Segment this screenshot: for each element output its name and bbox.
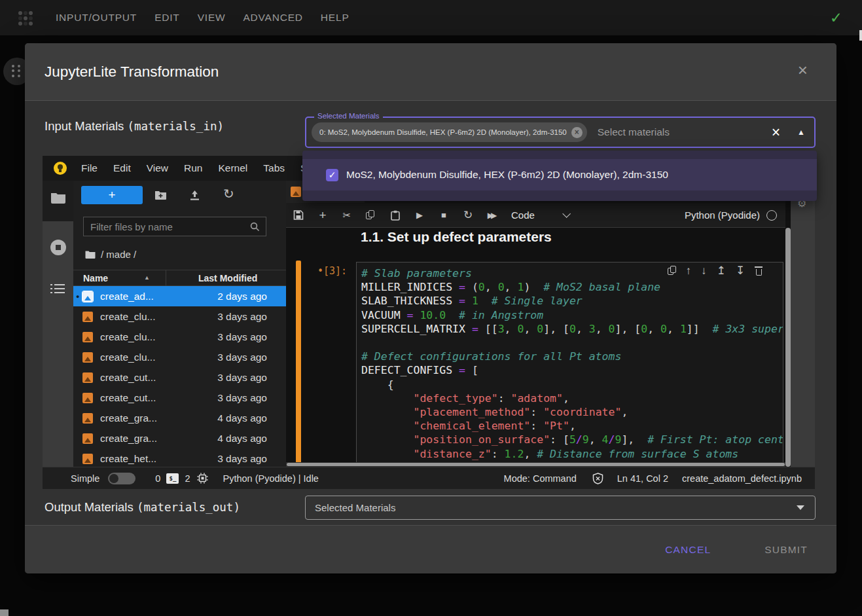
insert-cell-below-icon[interactable]: ↧	[736, 265, 745, 276]
jupyter-menu-item[interactable]: Tabs	[255, 162, 293, 174]
column-divider	[166, 270, 166, 287]
input-materials-text: Input Materials	[45, 119, 127, 133]
notebook-file-icon	[82, 312, 93, 322]
code-cell-editor[interactable]: # Slab parametersMILLER_INDICES = (0, 0,…	[356, 262, 783, 462]
terminal-count[interactable]: 0	[155, 473, 160, 484]
app-menu-item[interactable]: ADVANCED	[243, 12, 302, 24]
confirm-check-icon[interactable]: ✓	[830, 9, 842, 27]
column-last-modified[interactable]: Last Modified	[198, 273, 257, 283]
notebook-file-icon	[82, 332, 93, 342]
active-filename[interactable]: create_adatom_defect.ipynb	[682, 473, 802, 484]
chip-delete-icon[interactable]: ×	[571, 127, 583, 138]
selected-materials-field-label: Selected Materials	[314, 112, 383, 120]
file-row[interactable]: create_clu...3 days ago	[73, 347, 286, 367]
kernel-name[interactable]: Python (Pyodide)	[685, 209, 760, 221]
file-row[interactable]: create_gra...4 days ago	[73, 428, 286, 448]
cancel-button[interactable]: CANCEL	[665, 544, 711, 556]
file-name: create_cut...	[100, 392, 156, 404]
file-browser-tab-icon[interactable]	[50, 191, 66, 204]
new-folder-icon[interactable]	[154, 190, 167, 200]
collapse-dropdown-icon[interactable]: ▲	[797, 128, 805, 137]
app-logo-icon[interactable]	[18, 11, 33, 26]
cell-execution-prompt: •[3]:	[317, 265, 347, 277]
output-materials-code: (materials_out)	[137, 501, 240, 514]
breadcrumb[interactable]: / made /	[85, 246, 136, 262]
file-row[interactable]: create_gra...4 days ago	[73, 408, 286, 428]
upload-icon[interactable]	[189, 190, 200, 201]
add-cell-icon[interactable]: +	[317, 208, 328, 223]
save-icon[interactable]	[293, 210, 304, 220]
submit-button[interactable]: SUBMIT	[764, 544, 808, 556]
bottom-corner-fragment	[0, 609, 9, 616]
checkbox-checked-icon[interactable]: ✓	[326, 169, 338, 181]
material-option[interactable]: ✓ MoS2, Molybdenum Disulfide, HEX (P-6m2…	[302, 159, 817, 190]
app-menu-item[interactable]: EDIT	[154, 12, 180, 24]
app-menu: INPUT/OUTPUTEDITVIEWADVANCEDHELP	[56, 12, 350, 24]
kernel-chip-icon[interactable]	[197, 473, 208, 484]
dialog-close-icon[interactable]: ×	[798, 62, 808, 79]
input-materials-code: (materials_in)	[127, 120, 224, 133]
activity-strip	[43, 221, 73, 467]
new-launcher-button[interactable]: +	[81, 186, 143, 204]
column-name[interactable]: Name	[83, 273, 108, 283]
kernel-status-text[interactable]: Python (Pyodide) | Idle	[223, 473, 318, 484]
selected-materials-select[interactable]: Selected Materials 0: MoS2, Molybdenum D…	[305, 117, 816, 148]
app-menu-item[interactable]: HELP	[321, 12, 350, 24]
insert-cell-above-icon[interactable]: ↥	[717, 265, 726, 276]
file-row[interactable]: create_clu...3 days ago	[73, 306, 286, 327]
kernel-status-icon[interactable]	[766, 210, 777, 221]
delete-cell-icon[interactable]	[755, 266, 763, 276]
jupyter-menu-item[interactable]: File	[73, 162, 105, 174]
filter-files-input[interactable]	[84, 221, 250, 232]
paste-icon[interactable]	[390, 210, 401, 221]
jupyter-menu-item[interactable]: Kernel	[210, 162, 255, 174]
copy-icon[interactable]	[366, 210, 376, 220]
simple-mode-toggle[interactable]	[108, 473, 135, 484]
cut-icon[interactable]: ✂	[342, 209, 352, 221]
cell-type-select[interactable]: Code	[511, 209, 535, 221]
run-all-icon[interactable]: ▶▶	[487, 211, 497, 220]
jupyter-menu-item[interactable]: Edit	[105, 162, 139, 174]
kernel-count[interactable]: 2	[185, 473, 190, 484]
sort-ascending-icon[interactable]: ▲	[144, 274, 150, 281]
cursor-position[interactable]: Ln 41, Col 2	[617, 473, 668, 484]
file-row[interactable]: create_cut...3 days ago	[73, 367, 286, 388]
mode-indicator[interactable]: Mode: Command	[504, 473, 577, 484]
file-row[interactable]: create_clu...3 days ago	[73, 327, 286, 347]
vertical-scrollbar[interactable]	[785, 228, 791, 467]
refresh-icon[interactable]: ↻	[223, 186, 234, 202]
file-row[interactable]: ●create_ad...2 days ago	[73, 286, 286, 306]
table-of-contents-tab-icon[interactable]	[50, 284, 65, 296]
file-name: create_gra...	[100, 412, 157, 424]
stop-icon[interactable]: ■	[439, 210, 449, 220]
material-chip[interactable]: 0: MoS2, Molybdenum Disulfide, HEX (P-6m…	[312, 122, 587, 142]
jupyter-menu-item[interactable]: View	[139, 162, 176, 174]
run-icon[interactable]: ▶	[414, 210, 425, 220]
jupyter-menu-item[interactable]: Run	[176, 162, 210, 174]
file-row[interactable]: create_het...3 days ago	[73, 448, 286, 467]
file-name: create_gra...	[100, 433, 157, 444]
file-modified: 3 days ago	[217, 311, 267, 323]
code-line: "distance_z": 1.2, # Distance from surfa…	[361, 447, 783, 461]
jupyterlite-logo-icon	[54, 162, 67, 175]
clear-selection-icon[interactable]: ×	[772, 126, 780, 139]
move-cell-down-icon[interactable]: ↓	[701, 265, 707, 276]
output-materials-select[interactable]: Selected Materials	[305, 496, 816, 520]
app-menu-item[interactable]: INPUT/OUTPUT	[56, 12, 137, 24]
terminal-icon[interactable]: $_	[166, 473, 179, 484]
move-cell-up-icon[interactable]: ↑	[686, 265, 692, 276]
notebook-content[interactable]: 1.1. Set up defect parameters •[3]: # Sl…	[286, 228, 785, 462]
code-lines: # Slab parametersMILLER_INDICES = (0, 0,…	[357, 263, 783, 461]
restart-kernel-icon[interactable]: ↻	[463, 208, 473, 222]
running-kernels-tab-icon[interactable]	[50, 240, 66, 255]
file-row[interactable]: create_cut...3 days ago	[73, 388, 286, 408]
duplicate-cell-icon[interactable]	[668, 266, 676, 276]
horizontal-scrollbar[interactable]	[286, 462, 785, 467]
app-menu-item[interactable]: VIEW	[198, 12, 226, 24]
cell-collapser[interactable]	[296, 261, 301, 462]
app-menubar: INPUT/OUTPUTEDITVIEWADVANCEDHELP ✓	[0, 0, 862, 35]
dialog-title: JupyterLite Transformation	[45, 63, 219, 81]
dialog-footer: CANCEL SUBMIT	[25, 525, 836, 573]
shield-icon[interactable]	[592, 473, 603, 484]
chevron-down-icon[interactable]	[562, 209, 571, 218]
